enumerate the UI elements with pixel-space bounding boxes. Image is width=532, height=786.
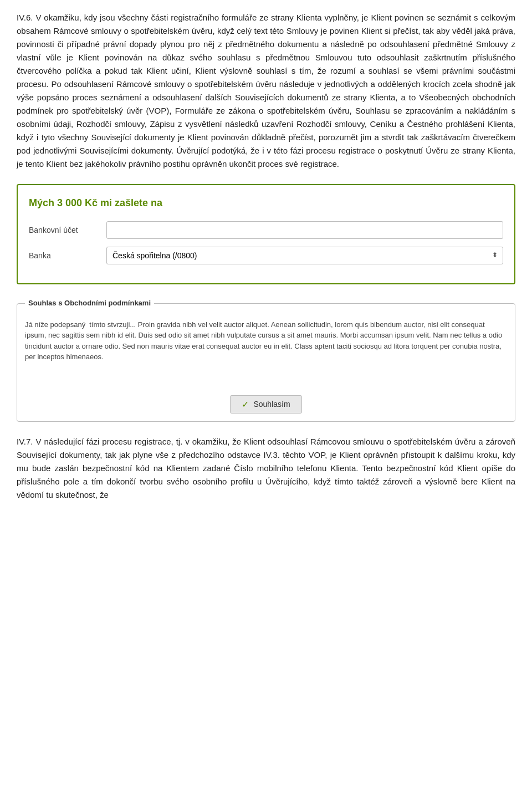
bank-account-input[interactable] (106, 221, 503, 239)
bank-account-label: Bankovní účet (29, 224, 106, 236)
bank-select[interactable]: Česká spořitelna (/0800) Komerční banka … (106, 247, 503, 264)
souhlas-button[interactable]: ✓ Souhlasím (230, 395, 301, 414)
souhlas-textarea[interactable] (25, 319, 507, 380)
souhlas-fieldset: Souhlas s Obchodními podmínkami ✓ Souhla… (17, 298, 515, 422)
bank-account-row: Bankovní účet (29, 221, 503, 239)
souhlas-legend: Souhlas s Obchodními podmínkami (25, 298, 154, 309)
checkmark-icon: ✓ (242, 399, 249, 410)
souhlas-button-label: Souhlasím (253, 400, 290, 409)
bank-label: Banka (29, 249, 106, 262)
paragraph-1: IV.6. V okamžiku, kdy jsou všechny části… (17, 11, 515, 171)
souhlas-button-row: ✓ Souhlasím (25, 395, 507, 414)
send-money-title: Mých 3 000 Kč mi zašlete na (29, 195, 503, 211)
bank-row: Banka Česká spořitelna (/0800) Komerční … (29, 247, 503, 264)
send-money-box: Mých 3 000 Kč mi zašlete na Bankovní úče… (17, 184, 515, 284)
paragraph-2: IV.7. V následující fázi procesu registr… (17, 435, 515, 502)
bank-select-wrapper: Česká spořitelna (/0800) Komerční banka … (106, 247, 503, 264)
